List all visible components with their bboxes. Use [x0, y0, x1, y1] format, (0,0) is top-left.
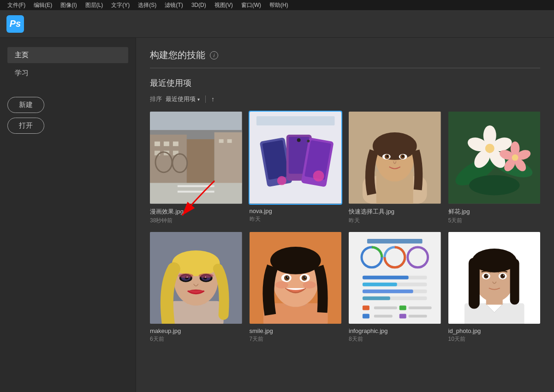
svg-point-78 — [270, 246, 321, 274]
svg-point-29 — [313, 171, 324, 182]
svg-rect-13 — [227, 139, 232, 143]
file-thumbnail — [349, 112, 441, 204]
svg-point-73 — [199, 273, 214, 278]
svg-point-58 — [512, 154, 518, 161]
svg-rect-99 — [363, 289, 413, 293]
file-thumbnail — [150, 232, 242, 324]
skills-header: 构建您的技能 i — [150, 49, 540, 68]
sidebar: 主页 学习 新建 打开 — [0, 38, 136, 392]
list-item[interactable]: nova.jpg 昨天 — [250, 112, 342, 225]
skills-title: 构建您的技能 — [150, 49, 205, 61]
svg-rect-6 — [155, 142, 160, 146]
svg-rect-12 — [219, 139, 224, 143]
makeup-thumbnail-svg — [150, 232, 242, 324]
flower-thumbnail-svg — [448, 112, 541, 204]
file-thumbnail — [448, 112, 541, 204]
content-area: 构建您的技能 i 最近使用项 排序 最近使用项 ▾ ↑ — [136, 38, 554, 392]
id-thumbnail-svg — [448, 232, 541, 324]
svg-point-39 — [387, 155, 388, 157]
svg-point-30 — [277, 176, 286, 185]
file-thumbnail — [250, 112, 342, 204]
list-item[interactable]: id_photo.jpg 10天前 — [448, 232, 541, 344]
file-thumbnail — [349, 232, 441, 324]
sidebar-item-learn[interactable]: 学习 — [7, 65, 128, 81]
menubar: 文件(F) 编辑(E) 图像(I) 图层(L) 文字(Y) 选择(S) 滤镜(T… — [0, 0, 554, 10]
menu-help[interactable]: 帮助(H) — [266, 0, 292, 10]
svg-rect-95 — [363, 275, 409, 279]
sidebar-item-home[interactable]: 主页 — [7, 47, 128, 63]
svg-rect-97 — [363, 282, 397, 286]
file-name: nova.jpg — [250, 208, 342, 214]
svg-rect-15 — [178, 185, 214, 187]
svg-point-52 — [485, 144, 494, 153]
file-name: 快速选择工具.jpg — [349, 208, 441, 216]
svg-point-81 — [286, 276, 288, 279]
menu-image[interactable]: 图像(I) — [57, 0, 80, 10]
svg-point-87 — [275, 281, 288, 288]
sort-asc-icon[interactable]: ↑ — [211, 95, 214, 103]
svg-point-68 — [179, 273, 193, 278]
svg-point-82 — [287, 276, 288, 277]
svg-rect-101 — [363, 296, 390, 300]
portrait-thumbnail-svg — [349, 112, 441, 204]
menu-filter[interactable]: 滤镜(T) — [161, 0, 186, 10]
file-date: 5天前 — [448, 217, 541, 225]
file-name: smile.jpg — [250, 327, 342, 334]
svg-point-123 — [503, 274, 504, 275]
file-date: 10天前 — [448, 335, 541, 343]
svg-rect-106 — [399, 305, 406, 310]
info-thumbnail-svg — [349, 232, 441, 324]
ps-logo: Ps — [6, 15, 24, 33]
file-name: 鲜花.jpg — [448, 208, 541, 216]
svg-rect-102 — [363, 305, 369, 310]
recent-title: 最近使用项 — [150, 77, 540, 89]
sort-dropdown[interactable]: 最近使用项 ▾ — [166, 95, 200, 103]
menu-3d[interactable]: 3D(D) — [188, 1, 210, 9]
sort-bar: 排序 最近使用项 ▾ ↑ — [150, 95, 540, 103]
svg-point-88 — [303, 281, 316, 288]
file-thumbnail — [448, 232, 541, 324]
file-name: infographic.jpg — [349, 327, 441, 334]
menu-window[interactable]: 窗口(W) — [238, 0, 265, 10]
svg-point-119 — [486, 274, 487, 275]
menu-view[interactable]: 视图(V) — [211, 0, 237, 10]
file-date: 6天前 — [150, 335, 242, 343]
file-thumbnail — [150, 112, 242, 204]
info-icon[interactable]: i — [210, 51, 218, 59]
titlebar: Ps — [0, 10, 554, 38]
menu-layer[interactable]: 图层(L) — [82, 0, 107, 10]
menu-select[interactable]: 选择(S) — [134, 0, 160, 10]
list-item[interactable]: smile.jpg 7天前 — [250, 232, 342, 344]
sort-label: 排序 — [150, 95, 162, 103]
smile-thumbnail-svg — [250, 232, 342, 324]
file-thumbnail — [250, 232, 342, 324]
list-item[interactable]: 漫画效果.jpg 38秒钟前 — [150, 112, 242, 225]
svg-point-26 — [297, 138, 300, 142]
svg-rect-28 — [256, 116, 334, 125]
list-item[interactable]: infographic.jpg 8天前 — [349, 232, 441, 344]
svg-point-42 — [402, 155, 404, 157]
sort-value: 最近使用项 — [166, 95, 196, 103]
svg-rect-107 — [409, 306, 432, 309]
open-button[interactable]: 打开 — [7, 118, 44, 134]
list-item[interactable]: 鲜花.jpg 5天前 — [448, 112, 541, 225]
list-item[interactable]: makeup.jpg 6天前 — [150, 232, 242, 344]
file-date: 7天前 — [250, 335, 342, 343]
menu-edit[interactable]: 编辑(E) — [30, 0, 56, 10]
chevron-down-icon: ▾ — [197, 97, 200, 102]
svg-rect-90 — [367, 238, 423, 243]
svg-rect-104 — [363, 314, 369, 318]
svg-rect-105 — [374, 315, 393, 317]
svg-rect-8 — [173, 142, 179, 146]
new-button[interactable]: 新建 — [7, 97, 44, 113]
menu-file[interactable]: 文件(F) — [4, 0, 29, 10]
menu-text[interactable]: 文字(Y) — [107, 0, 133, 10]
svg-rect-4 — [187, 139, 214, 185]
sidebar-buttons: 新建 打开 — [7, 97, 128, 134]
file-name: makeup.jpg — [150, 327, 242, 334]
list-item[interactable]: 快速选择工具.jpg 昨天 — [349, 112, 441, 225]
street-thumbnail-svg — [150, 112, 242, 204]
svg-point-46 — [469, 175, 519, 196]
file-date: 昨天 — [349, 217, 441, 225]
svg-point-85 — [303, 276, 306, 279]
